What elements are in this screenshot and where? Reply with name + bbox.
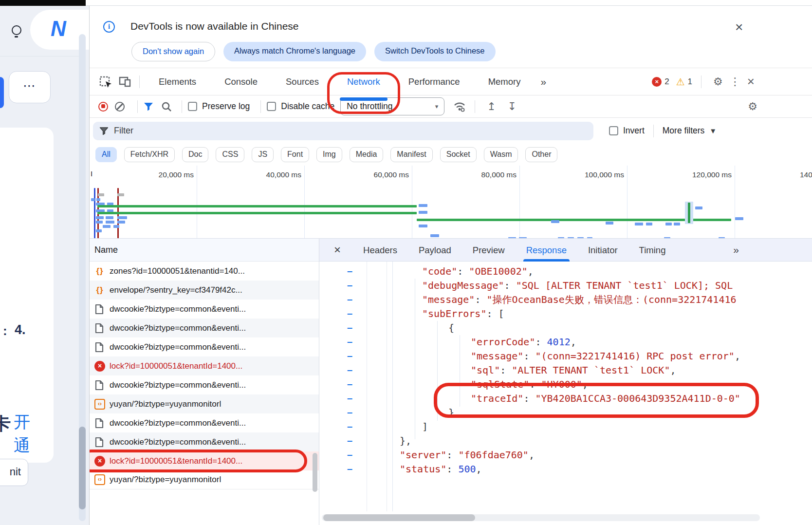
fold-marker-icon[interactable]: – — [347, 462, 355, 476]
settings-gear-icon[interactable]: ⚙ — [713, 75, 723, 88]
devtools-tab-console[interactable]: Console — [210, 68, 272, 95]
filter-funnel-icon[interactable] — [144, 102, 153, 111]
detail-tab-response[interactable]: Response — [526, 239, 567, 262]
request-row[interactable]: dwcookie?biztype=common&eventi... — [90, 338, 319, 356]
chip-media[interactable]: Media — [350, 147, 384, 162]
devtools-tab-network[interactable]: Network — [333, 68, 394, 95]
disable-cache-checkbox[interactable] — [267, 102, 276, 111]
submit-button[interactable]: nit — [0, 459, 28, 486]
chip-doc[interactable]: Doc — [182, 147, 208, 162]
preserve-log-checkbox[interactable] — [188, 102, 197, 111]
chip-manifest[interactable]: Manifest — [390, 147, 432, 162]
name-column-header[interactable]: Name — [90, 239, 319, 262]
request-label: lock?id=10000051&tenantId=1400... — [110, 361, 242, 371]
chip-other[interactable]: Other — [525, 147, 557, 162]
fold-marker-icon[interactable]: – — [347, 264, 355, 279]
fold-marker-icon[interactable]: – — [347, 377, 355, 392]
request-row[interactable]: ‹›yuyan/?biztype=yuyanmonitorl — [90, 470, 319, 489]
detail-tab-preview[interactable]: Preview — [473, 239, 505, 262]
response-hscrollbar-thumb[interactable] — [323, 514, 475, 521]
chip-js[interactable]: JS — [252, 147, 274, 162]
detail-close-icon[interactable]: × — [334, 243, 341, 257]
devtools-tab-memory[interactable]: Memory — [474, 68, 535, 95]
network-overview-timeline[interactable]: I 20,000 ms40,000 ms60,000 ms80,000 ms10… — [90, 166, 812, 239]
request-row[interactable]: {}envelope/?sentry_key=cf3479f42c... — [90, 281, 319, 300]
chip-font[interactable]: Font — [281, 147, 309, 162]
detail-tab-payload[interactable]: Payload — [419, 239, 451, 262]
network-settings-gear-icon[interactable]: ⚙ — [748, 100, 757, 113]
detail-tab-bar: × HeadersPayloadPreviewResponseInitiator… — [319, 239, 812, 262]
fold-marker-icon[interactable]: – — [347, 349, 355, 363]
fold-marker-icon[interactable]: – — [347, 279, 355, 293]
detail-tab-headers[interactable]: Headers — [363, 239, 397, 262]
chip-wasm[interactable]: Wasm — [484, 147, 518, 162]
export-har-icon[interactable]: ↧ — [508, 100, 517, 113]
response-body[interactable]: –"code": "OBE10002",–"debugMessage": "SQ… — [319, 262, 812, 525]
detail-more-tabs-icon[interactable]: » — [733, 244, 739, 256]
clear-icon[interactable] — [115, 102, 125, 112]
import-har-icon[interactable]: ↥ — [487, 100, 496, 113]
request-row[interactable]: dwcookie?biztype=common&eventi... — [90, 432, 319, 451]
error-badge-icon[interactable]: × — [652, 77, 662, 87]
fold-marker-icon[interactable]: – — [347, 307, 355, 321]
waterfall-bar — [735, 217, 743, 220]
more-button[interactable]: ⋯ — [9, 71, 51, 103]
request-row[interactable]: dwcookie?biztype=common&eventi... — [90, 300, 319, 319]
search-icon[interactable] — [161, 101, 172, 112]
request-row[interactable]: ×lock?id=10000051&tenantId=1400... — [90, 356, 319, 375]
filter-placeholder: Filter — [114, 126, 133, 136]
request-row[interactable]: ×lock?id=10000051&tenantId=1400... — [90, 451, 319, 470]
activate-link-char1[interactable]: 开 — [14, 411, 30, 433]
request-row[interactable]: dwcookie?biztype=common&eventi... — [90, 413, 319, 432]
network-conditions-icon[interactable] — [453, 101, 466, 112]
chip-fetch-xhr[interactable]: Fetch/XHR — [124, 147, 175, 162]
detail-tab-initiator[interactable]: Initiator — [588, 239, 618, 262]
request-row[interactable]: dwcookie?biztype=common&eventi... — [90, 375, 319, 394]
fold-marker-icon[interactable]: – — [347, 363, 355, 377]
invert-checkbox[interactable] — [609, 126, 618, 135]
response-hscrollbar-track[interactable] — [322, 514, 760, 521]
lightbulb-icon[interactable] — [12, 25, 21, 35]
overview-handle[interactable]: I — [91, 169, 92, 178]
fold-marker-icon[interactable]: – — [347, 293, 355, 307]
inspect-element-icon[interactable] — [98, 75, 113, 89]
match-chrome-language-button[interactable]: Always match Chrome's language — [223, 42, 366, 61]
list-colon: : — [3, 323, 7, 338]
blue-edge-button[interactable] — [0, 77, 4, 108]
request-label: yuyan/?biztype=yuyanmonitorl — [110, 475, 221, 485]
fold-marker-icon[interactable]: – — [347, 434, 355, 448]
warning-icon[interactable]: ⚠ — [676, 76, 685, 88]
chip-all[interactable]: All — [95, 147, 117, 162]
filter-input[interactable]: Filter — [93, 122, 593, 140]
fold-marker-icon[interactable]: – — [347, 392, 355, 406]
chip-css[interactable]: CSS — [216, 147, 244, 162]
request-row[interactable]: dwcookie?biztype=common&eventi... — [90, 319, 319, 338]
page-scrollbar-thumb[interactable] — [79, 427, 86, 509]
fold-marker-icon[interactable]: – — [347, 321, 355, 335]
toggle-device-toolbar-icon[interactable] — [118, 75, 132, 89]
more-tabs-icon[interactable]: » — [535, 68, 552, 95]
request-list-scrollbar[interactable] — [313, 453, 317, 492]
switch-devtools-chinese-button[interactable]: Switch DevTools to Chinese — [374, 42, 496, 61]
more-filters-caret-icon[interactable]: ▼ — [709, 127, 717, 135]
json-string: "sql" — [471, 364, 500, 376]
more-filters-label[interactable]: More filters — [663, 126, 705, 136]
dont-show-again-button[interactable]: Don't show again — [131, 42, 215, 61]
request-row[interactable]: {}zones?id=10000051&tenantid=140... — [90, 262, 319, 281]
detail-tab-timing[interactable]: Timing — [639, 239, 666, 262]
record-icon[interactable] — [98, 102, 108, 112]
devtools-close-icon[interactable]: × — [747, 74, 755, 89]
fold-marker-icon[interactable]: – — [347, 448, 355, 462]
fold-marker-icon[interactable]: – — [347, 335, 355, 349]
banner-close-icon[interactable]: × — [735, 19, 743, 35]
devtools-tab-elements[interactable]: Elements — [145, 68, 210, 95]
chip-img[interactable]: Img — [316, 147, 342, 162]
devtools-tab-sources[interactable]: Sources — [272, 68, 333, 95]
fold-marker-icon[interactable]: – — [347, 406, 355, 420]
request-row[interactable]: ‹›yuyan/?biztype=yuyanmonitorl — [90, 394, 319, 413]
kebab-menu-icon[interactable]: ⋮ — [730, 75, 740, 88]
chip-socket[interactable]: Socket — [440, 147, 477, 162]
activate-link-char2[interactable]: 通 — [14, 434, 30, 457]
fold-marker-icon[interactable]: – — [347, 420, 355, 434]
devtools-tab-performance[interactable]: Performance — [394, 68, 474, 95]
